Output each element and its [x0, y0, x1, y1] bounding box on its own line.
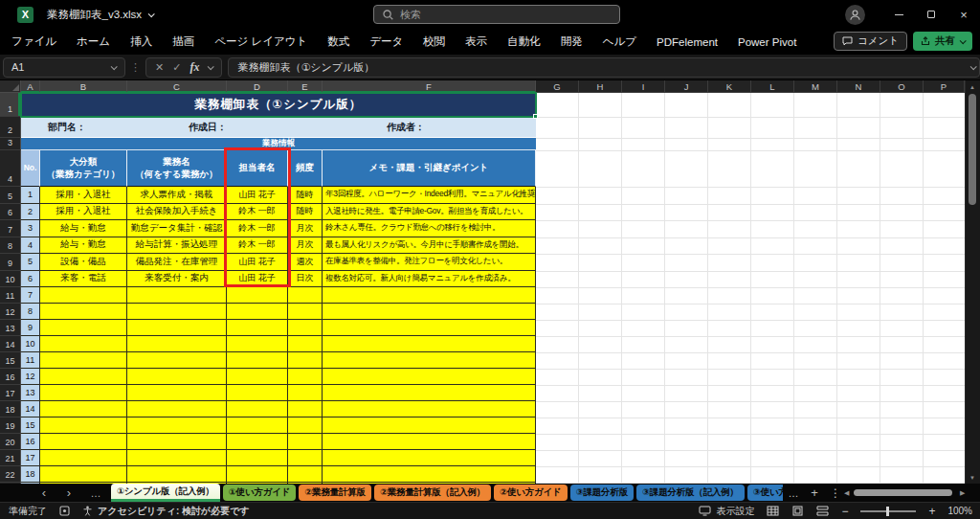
- cell-B9[interactable]: 設備・備品: [40, 254, 127, 271]
- row-header-1[interactable]: 1: [0, 93, 21, 117]
- cell-D9[interactable]: 山田 花子: [227, 254, 288, 271]
- row-header-8[interactable]: 8: [0, 237, 21, 255]
- row-header-15[interactable]: 15: [0, 352, 21, 369]
- cell-B6[interactable]: 採用・入退社: [40, 204, 127, 221]
- confirm-entry-icon[interactable]: ✓: [172, 61, 181, 74]
- row-header-2[interactable]: 2: [0, 117, 21, 138]
- sheet-tab-4[interactable]: ②使い方ガイド: [494, 485, 568, 501]
- row-header-14[interactable]: 14: [0, 336, 21, 352]
- cell-E19[interactable]: [288, 417, 323, 434]
- header-task[interactable]: 業務名 （何をする業務か）: [127, 150, 227, 187]
- cell-A17[interactable]: 13: [21, 385, 40, 401]
- cell-C15[interactable]: [127, 352, 227, 369]
- cell-C17[interactable]: [127, 385, 227, 401]
- cell-C20[interactable]: [127, 434, 227, 450]
- cell-C10[interactable]: 来客受付・案内: [127, 271, 227, 288]
- previous-sheet-arrow[interactable]: ‹: [34, 484, 54, 502]
- cell-E14[interactable]: [288, 336, 323, 352]
- cell-E18[interactable]: [288, 401, 323, 417]
- cell-E15[interactable]: [288, 352, 323, 369]
- column-header-D[interactable]: D: [227, 80, 288, 93]
- meta-row[interactable]: [21, 117, 536, 138]
- page-break-view-icon[interactable]: [816, 506, 829, 516]
- cell-E10[interactable]: 日次: [288, 271, 323, 288]
- zoom-level[interactable]: 100%: [947, 506, 972, 516]
- cell-A8[interactable]: 4: [21, 237, 40, 255]
- header-category[interactable]: 大分類 （業務カテゴリ）: [40, 150, 127, 187]
- select-all-corner[interactable]: [0, 80, 21, 93]
- cell-B17[interactable]: [40, 385, 127, 401]
- cell-D21[interactable]: [227, 450, 288, 466]
- header-frequency[interactable]: 頻度: [288, 150, 323, 187]
- cell-F16[interactable]: [323, 369, 536, 385]
- cell-F14[interactable]: [323, 336, 536, 352]
- zoom-slider[interactable]: [860, 510, 916, 512]
- cell-F11[interactable]: [323, 287, 536, 304]
- cell-F22[interactable]: [323, 466, 536, 483]
- formula-input[interactable]: 業務棚卸表（①シンプル版）: [228, 57, 980, 78]
- cell-D13[interactable]: [227, 320, 288, 336]
- cell-B20[interactable]: [40, 434, 127, 450]
- name-box[interactable]: A1: [3, 57, 125, 78]
- column-header-L[interactable]: L: [751, 80, 794, 93]
- row-header-5[interactable]: 5: [0, 187, 21, 204]
- column-header-N[interactable]: N: [837, 80, 880, 93]
- cell-F10[interactable]: 複数名対応可。新人向け簡易マニュアルを作成済み。: [323, 271, 536, 288]
- normal-view-icon[interactable]: [767, 506, 779, 516]
- row-header-3[interactable]: 3: [0, 138, 21, 150]
- macro-record-icon[interactable]: [59, 506, 70, 516]
- account-avatar[interactable]: [845, 5, 865, 25]
- cell-C19[interactable]: [127, 417, 227, 434]
- row-header-18[interactable]: 18: [0, 401, 21, 417]
- vertical-scroll-thumb[interactable]: [969, 94, 976, 205]
- cell-B19[interactable]: [40, 417, 127, 434]
- cell-B14[interactable]: [40, 336, 127, 352]
- row-header-11[interactable]: 11: [0, 287, 21, 304]
- hscroll-right-arrow[interactable]: ▶: [960, 484, 965, 502]
- ribbon-tab-6[interactable]: データ: [369, 34, 403, 49]
- ribbon-tab-12[interactable]: PDFelement: [657, 36, 718, 48]
- column-header-J[interactable]: J: [665, 80, 708, 93]
- ribbon-tab-9[interactable]: 自動化: [507, 34, 541, 49]
- horizontal-scrollbar[interactable]: [854, 489, 955, 496]
- column-header-B[interactable]: B: [40, 80, 127, 93]
- cell-E5[interactable]: 随時: [288, 187, 323, 204]
- row-header-13[interactable]: 13: [0, 320, 21, 336]
- ribbon-tab-10[interactable]: 開発: [561, 34, 583, 49]
- cell-F13[interactable]: [323, 320, 536, 336]
- cell-B15[interactable]: [40, 352, 127, 369]
- cell-A9[interactable]: 5: [21, 254, 40, 271]
- document-title[interactable]: 業務棚卸表_v3.xlsx: [47, 8, 153, 22]
- cell-E20[interactable]: [288, 434, 323, 450]
- close-button[interactable]: ×: [947, 0, 980, 29]
- cell-A6[interactable]: 2: [21, 204, 40, 221]
- cell-B7[interactable]: 給与・勤怠: [40, 220, 127, 237]
- cell-D16[interactable]: [227, 369, 288, 385]
- row-header-21[interactable]: 21: [0, 450, 21, 466]
- column-header-I[interactable]: I: [622, 80, 665, 93]
- cell-A16[interactable]: 12: [21, 369, 40, 385]
- cell-B5[interactable]: 採用・入退社: [40, 187, 127, 204]
- row-header-12[interactable]: 12: [0, 304, 21, 320]
- column-header-M[interactable]: M: [794, 80, 837, 93]
- cell-E6[interactable]: 随時: [288, 204, 323, 221]
- column-header-H[interactable]: H: [579, 80, 622, 93]
- cell-E22[interactable]: [288, 466, 323, 483]
- cell-A12[interactable]: 8: [21, 304, 40, 320]
- cell-D20[interactable]: [227, 434, 288, 450]
- column-header-P[interactable]: P: [924, 80, 965, 93]
- comments-button[interactable]: コメント: [834, 32, 907, 51]
- cell-D8[interactable]: 鈴木 一郎: [227, 237, 288, 255]
- zoom-slider-thumb[interactable]: [886, 507, 889, 516]
- cell-C5[interactable]: 求人票作成・掲載: [127, 187, 227, 204]
- next-sheet-arrow[interactable]: ›: [59, 484, 78, 502]
- cell-C9[interactable]: 備品発注・在庫管理: [127, 254, 227, 271]
- cell-B11[interactable]: [40, 287, 127, 304]
- cell-C21[interactable]: [127, 450, 227, 466]
- cell-B12[interactable]: [40, 304, 127, 320]
- cell-F12[interactable]: [323, 304, 536, 320]
- cell-D6[interactable]: 鈴木 一郎: [227, 204, 288, 221]
- cell-D14[interactable]: [227, 336, 288, 352]
- ribbon-tab-4[interactable]: ページ レイアウト: [214, 34, 307, 49]
- sheet-tab-3[interactable]: ②業務量計算版（記入例）: [374, 485, 491, 501]
